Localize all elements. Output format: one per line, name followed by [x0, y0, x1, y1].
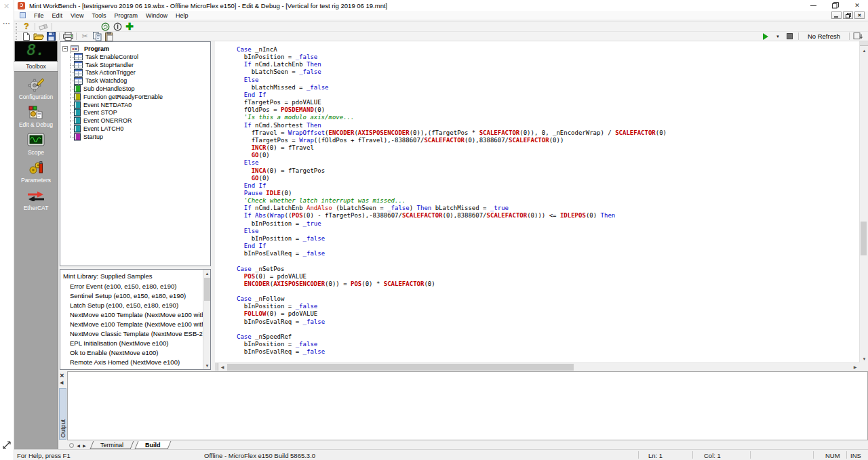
new-file-icon[interactable] [20, 31, 33, 41]
menu-item-tools[interactable]: Tools [87, 12, 110, 19]
sidebar-item-ethercat[interactable]: EtherCAT [14, 186, 58, 213]
editor-vertical-scrollbar[interactable]: ▲ ▼ [859, 41, 868, 362]
toolbar-grip[interactable] [16, 33, 18, 40]
menu-items: FileEditViewToolsProgramWindowHelp [30, 12, 192, 19]
paste-icon[interactable] [103, 31, 115, 41]
tree-item[interactable]: Sub doHandleStop [67, 85, 210, 93]
tree-item[interactable]: Event NETDATA0 [67, 101, 210, 109]
code-lines[interactable]: Case _nIncA bInPosition = _false If nCmd… [215, 41, 859, 362]
library-scrollbar[interactable]: ▲ ▼ [203, 270, 210, 369]
output-hide-icon[interactable]: ◀ [60, 380, 63, 385]
library-item[interactable]: EPL Initialisation (NextMove e100) [60, 339, 210, 348]
refresh-circle-icon[interactable] [99, 22, 111, 32]
copy-icon[interactable] [91, 31, 103, 41]
code-line: Pause IDLE(0) [237, 190, 859, 197]
editor-hscroll-thumb[interactable] [227, 364, 574, 371]
menu-item-window[interactable]: Window [142, 12, 172, 19]
output-vertical-tab[interactable]: Output [59, 388, 66, 440]
tree-item[interactable]: Task EnableControl [67, 53, 210, 61]
library-item[interactable]: Ok to Enable (NextMove e100) [60, 348, 210, 358]
scroll-down-icon[interactable]: ▼ [203, 362, 211, 369]
tree-task-icon [74, 69, 83, 77]
editor-horizontal-scrollbar[interactable]: ◀ ▶ [215, 362, 859, 371]
output-panel: ✕ ◀ Output ◀ ▶ TerminalBuild [58, 371, 868, 449]
tree-item[interactable]: Event ONERROR [67, 117, 210, 125]
library-item[interactable]: Latch Setup (e100, e150, e180, e190) [60, 301, 210, 310]
scroll-down-icon[interactable]: ▼ [861, 355, 868, 362]
scroll-up-icon[interactable]: ▲ [203, 270, 211, 277]
tree-item[interactable]: Event LATCH0 [67, 125, 210, 133]
toolbar-grip[interactable] [16, 23, 18, 30]
menu-item-file[interactable]: File [30, 12, 48, 19]
tree-item[interactable]: Function getReadyForEnable [67, 93, 210, 101]
menu-item-help[interactable]: Help [172, 12, 193, 19]
refresh-mode-label[interactable]: No Refresh [801, 33, 847, 40]
tree-item[interactable]: Event STOP [67, 109, 210, 117]
tree-item[interactable]: Task ActionTrigger [67, 69, 210, 77]
tree-item-label: Startup [83, 133, 103, 140]
library-item[interactable]: Error Event (e100, e150, e180, e190) [60, 282, 210, 291]
menu-item-view[interactable]: View [66, 12, 87, 19]
library-item[interactable]: Sentinel Setup (e100, e150, e180, e190) [60, 291, 210, 301]
tree-root-label: Program [84, 45, 109, 52]
output-tab-build[interactable]: Build [135, 441, 171, 449]
add-icon[interactable]: ✚ [123, 22, 136, 32]
library-item[interactable]: NextMove Classic Template (NextMove ESB-… [60, 329, 210, 339]
output-tab-terminal[interactable]: Terminal [90, 441, 134, 449]
tree-sub-icon [74, 85, 81, 93]
mdi-minimize-button[interactable] [831, 12, 842, 19]
library-item[interactable]: Remote Axis Homed (NextMove e100) [60, 358, 210, 367]
overlay-close-icon[interactable]: ✕ [3, 2, 9, 11]
tree-item[interactable]: Startup [67, 133, 210, 141]
info-circle-icon[interactable] [111, 22, 123, 32]
open-file-icon[interactable] [33, 31, 45, 41]
library-scroll-thumb[interactable] [204, 278, 210, 301]
output-tab-scroll-right[interactable]: ▶ [81, 442, 87, 449]
print-icon[interactable] [62, 31, 74, 41]
sidebar-item-configuration[interactable]: Configuration [14, 75, 58, 102]
editor-vscroll-thumb[interactable] [861, 222, 867, 255]
run-dropdown-icon[interactable]: ▼ [772, 31, 784, 41]
close-button[interactable]: ✕ [853, 2, 861, 9]
sidebar-item-parameters[interactable]: Parameters [14, 158, 58, 186]
restore-button[interactable] [831, 2, 840, 9]
output-content[interactable] [67, 371, 868, 440]
code-line: GO(0) [237, 175, 859, 182]
menu-item-edit[interactable]: Edit [48, 12, 67, 19]
scroll-right-icon[interactable]: ▶ [851, 363, 859, 371]
collapse-icon[interactable]: − [62, 46, 68, 51]
cut-icon[interactable]: ✂ [79, 31, 91, 41]
eraser-icon[interactable] [37, 22, 50, 32]
minimize-button[interactable] [810, 2, 818, 9]
overlay-more-icon[interactable]: ⋯ [3, 19, 11, 28]
save-icon[interactable] [45, 31, 57, 41]
scroll-up-icon[interactable]: ▲ [861, 47, 868, 54]
code-line: If nCmd.LatchEnb Then [237, 61, 859, 68]
tree-item-label: Task EnableControl [85, 54, 138, 60]
menu-item-program[interactable]: Program [110, 12, 142, 19]
library-item[interactable]: NextMove e100 Template (NextMove e100 wi… [60, 320, 210, 329]
code-editor[interactable]: Case _nIncA bInPosition = _false If nCmd… [215, 41, 868, 371]
library-item[interactable]: NextMove e100 Template (NextMove e100 wi… [60, 310, 210, 320]
library-item[interactable]: Virtual encoder channel 2 (e150, e180, e… [60, 367, 210, 370]
mdi-close-button[interactable]: ✕ [854, 12, 865, 19]
tree-root-program[interactable]: − Program [60, 42, 210, 53]
help-icon[interactable]: ? [20, 22, 33, 32]
program-tree-panel: − Program Task EnableControlTask StopHan… [60, 41, 211, 266]
tree-item[interactable]: Task StopHandler [67, 61, 210, 69]
scroll-left-icon[interactable]: ◀ [218, 363, 226, 371]
window-dock-icon[interactable] [852, 31, 864, 41]
stop-button[interactable] [784, 31, 796, 41]
tree-item[interactable]: Task Watchdog [67, 77, 210, 85]
output-tab-scroll-left[interactable]: ◀ [75, 442, 81, 449]
output-close-icon[interactable]: ✕ [60, 373, 64, 379]
status-line-indicator: Ln: 1 [648, 452, 663, 459]
mdi-restore-button[interactable] [843, 12, 853, 19]
run-button[interactable] [760, 31, 772, 41]
sidebar-item-scope[interactable]: Scope [14, 130, 58, 158]
sidebar-item-edit-debug[interactable]: Edit & Debug [14, 102, 58, 130]
sidebar-item-toolbox[interactable]: Toolbox [14, 61, 58, 72]
overlay-resize-icon[interactable] [2, 440, 12, 451]
status-num-lock: NUM [825, 452, 840, 459]
splitter-box[interactable] [860, 41, 868, 46]
